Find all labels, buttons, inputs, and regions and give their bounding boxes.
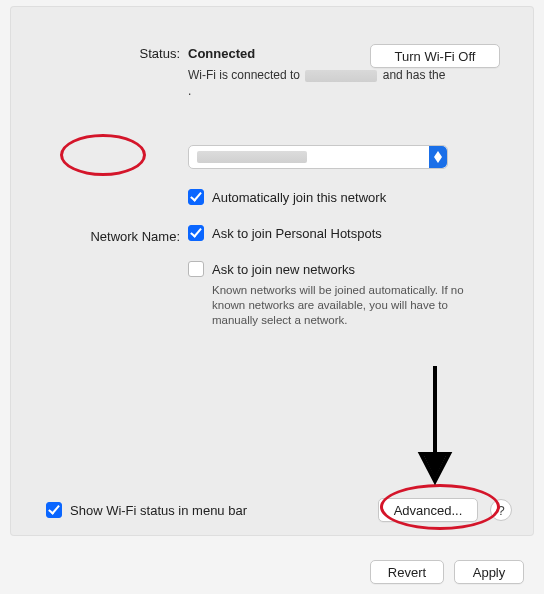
status-desc-suffix: and has the bbox=[383, 68, 446, 82]
show-status-checkbox[interactable] bbox=[46, 502, 62, 518]
network-name-label: Network Name: bbox=[90, 229, 180, 244]
wifi-settings-panel: Status: Connected Wi-Fi is connected to … bbox=[10, 6, 534, 536]
status-desc-prefix: Wi-Fi is connected to bbox=[188, 68, 300, 82]
hotspots-row: Ask to join Personal Hotspots bbox=[188, 225, 512, 241]
hotspots-checkbox[interactable] bbox=[188, 225, 204, 241]
new-networks-label: Ask to join new networks bbox=[212, 262, 355, 277]
network-name-row: Network Name: Automatically join this ne… bbox=[10, 145, 534, 328]
revert-button[interactable]: Revert bbox=[370, 560, 444, 584]
advanced-button-label: Advanced... bbox=[394, 503, 463, 518]
turn-wifi-off-label: Turn Wi-Fi Off bbox=[395, 49, 476, 64]
new-networks-help-text: Known networks will be joined automatica… bbox=[212, 283, 472, 328]
help-button[interactable]: ? bbox=[490, 499, 512, 521]
panel-bottom-bar: Show Wi-Fi status in menu bar Advanced..… bbox=[10, 498, 534, 522]
status-value: Connected bbox=[188, 46, 255, 61]
footer-buttons: Revert Apply bbox=[370, 560, 524, 584]
redacted-network-name bbox=[197, 151, 307, 163]
turn-wifi-off-button[interactable]: Turn Wi-Fi Off bbox=[370, 44, 500, 68]
apply-button[interactable]: Apply bbox=[454, 560, 524, 584]
dropdown-arrows-icon bbox=[429, 146, 447, 168]
status-description: Wi-Fi is connected to and has the . bbox=[188, 67, 488, 99]
status-label: Status: bbox=[140, 46, 180, 61]
hotspots-label: Ask to join Personal Hotspots bbox=[212, 226, 382, 241]
redacted-ssid bbox=[305, 70, 377, 82]
show-status-label: Show Wi-Fi status in menu bar bbox=[70, 503, 247, 518]
auto-join-row: Automatically join this network bbox=[188, 189, 512, 205]
new-networks-row: Ask to join new networks bbox=[188, 261, 512, 277]
apply-button-label: Apply bbox=[473, 565, 506, 580]
advanced-button[interactable]: Advanced... bbox=[378, 498, 478, 522]
network-name-select[interactable] bbox=[188, 145, 448, 169]
auto-join-label: Automatically join this network bbox=[212, 190, 386, 205]
status-desc-end: . bbox=[188, 84, 191, 98]
annotation-arrow-icon bbox=[415, 366, 455, 486]
auto-join-checkbox[interactable] bbox=[188, 189, 204, 205]
help-icon: ? bbox=[497, 503, 504, 518]
revert-button-label: Revert bbox=[388, 565, 426, 580]
new-networks-checkbox[interactable] bbox=[188, 261, 204, 277]
